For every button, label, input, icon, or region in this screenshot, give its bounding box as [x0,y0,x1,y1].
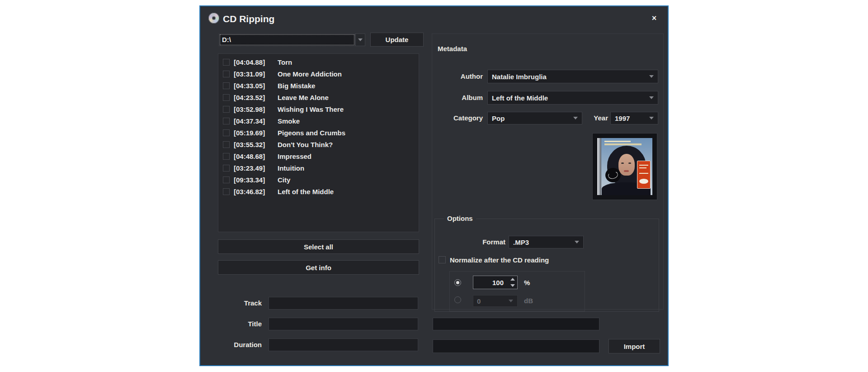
album-art-text-line [604,141,631,142]
track-duration: [03:52.98] [234,105,278,113]
album-label: Album [432,91,483,105]
desktop-background: CD Ripping × D:\ Update [04:04.88] Torn … [0,0,868,372]
drive-select-dropdown-button[interactable] [355,33,365,46]
chevron-down-icon [575,241,579,243]
spin-down-icon[interactable] [510,284,515,287]
track-checkbox[interactable] [223,141,230,148]
album-art-text-line [604,143,642,145]
track-title: Smoke [278,117,300,125]
format-value: .MP3 [513,238,529,246]
track-checkbox[interactable] [223,94,230,101]
track-row[interactable]: [03:31.09] One More Addiction [218,68,419,80]
spin-up-icon[interactable] [510,278,515,281]
year-label: Year [573,112,608,124]
track-duration: [09:33.34] [234,176,278,184]
select-all-button[interactable]: Select all [218,239,419,254]
track-row[interactable]: [04:48.68] Impressed [218,150,419,162]
window-title: CD Ripping [223,14,274,24]
percent-unit-label: % [524,279,530,286]
track-checkbox[interactable] [223,188,230,195]
update-button[interactable]: Update [370,33,424,47]
track-checkbox[interactable] [223,153,230,160]
album-value: Left of the Middle [492,94,548,102]
track-duration: [03:46.82] [234,188,278,196]
track-duration: [04:04.88] [234,58,278,66]
album-art-lips [624,170,629,172]
normalize-label: Normalize after the CD reading [450,256,549,264]
track-title: Torn [278,58,292,66]
track-checkbox[interactable] [223,71,230,77]
track-duration: [04:33.05] [234,82,278,90]
track-field-label: Track [200,297,262,310]
metadata-section-label: Metadata [438,45,467,52]
track-row[interactable]: [03:55.32] Don't You Think? [218,138,419,150]
track-duration: [04:23.52] [234,94,278,101]
db-combobox[interactable]: 0 [473,295,518,307]
track-duration: [05:19.69] [234,129,278,137]
track-checkbox[interactable] [223,165,230,172]
album-art [597,138,652,195]
track-checkbox[interactable] [223,118,230,124]
track-row[interactable]: [04:04.88] Torn [218,56,419,68]
album-art-eye [621,162,624,164]
track-input[interactable] [269,297,418,310]
spinner-buttons[interactable] [509,278,515,287]
duration-input[interactable] [269,339,418,351]
footer-field-top[interactable] [433,318,599,330]
drive-select[interactable]: D:\ [219,33,355,46]
category-combobox[interactable]: Pop [487,112,582,124]
db-unit-label: dB [524,297,533,305]
track-row[interactable]: [09:33.34] City [218,174,419,186]
import-button[interactable]: Import [609,339,660,353]
title-field-label: Title [200,318,262,330]
close-button[interactable]: × [646,11,663,25]
album-art-black-sticker [605,168,621,182]
track-row[interactable]: [04:37.34] Smoke [218,115,419,127]
cd-disc-hole [212,16,216,20]
db-radio[interactable] [454,296,461,303]
percent-radio[interactable] [454,279,461,286]
options-group: Options Format .MP3 Normalize after the … [434,219,659,312]
normalize-checkbox[interactable] [439,256,446,263]
track-checkbox[interactable] [223,106,230,113]
album-combobox[interactable]: Left of the Middle [487,91,658,105]
percent-spinner[interactable] [473,276,518,289]
author-label: Author [432,70,483,83]
track-checkbox[interactable] [223,176,230,183]
track-row[interactable]: [04:23.52] Leave Me Alone [218,91,419,103]
track-title: Wishing I Was There [278,105,344,113]
track-checkbox[interactable] [223,82,230,89]
footer-field-bottom[interactable] [433,339,599,353]
year-combobox[interactable]: 1997 [610,112,658,124]
album-art-orange-sticker [637,161,651,189]
track-title: Left of the Middle [278,188,334,196]
db-value: 0 [477,297,481,305]
format-label: Format [435,236,505,248]
track-title: Pigeons and Crumbs [278,129,345,137]
get-info-button[interactable]: Get info [218,260,419,275]
track-row[interactable]: [04:33.05] Big Mistake [218,80,419,91]
track-row[interactable]: [03:23.49] Intuition [218,162,419,174]
track-duration: [04:37.34] [234,117,278,125]
format-combobox[interactable]: .MP3 [509,236,584,248]
track-row[interactable]: [03:52.98] Wishing I Was There [218,103,419,115]
duration-field-label: Duration [200,339,262,351]
chevron-down-icon [649,117,654,119]
track-checkbox[interactable] [223,129,230,136]
track-row[interactable]: [05:19.69] Pigeons and Crumbs [218,127,419,138]
track-duration: [03:55.32] [234,141,278,148]
track-title: Leave Me Alone [278,94,329,101]
author-value: Natalie Imbruglia [492,73,547,81]
metadata-panel: Metadata Author Natalie Imbruglia Album … [432,33,664,310]
track-list[interactable]: [04:04.88] Torn [03:31.09] One More Addi… [218,53,419,232]
track-checkbox[interactable] [223,59,230,66]
year-value: 1997 [615,114,630,122]
track-duration: [04:48.68] [234,153,278,160]
category-label: Category [432,112,483,124]
title-input[interactable] [269,318,418,330]
chevron-down-icon [358,38,363,41]
chevron-down-icon [649,96,654,99]
author-combobox[interactable]: Natalie Imbruglia [487,70,658,83]
track-duration: [03:31.09] [234,70,278,78]
track-row[interactable]: [03:46.82] Left of the Middle [218,186,419,197]
